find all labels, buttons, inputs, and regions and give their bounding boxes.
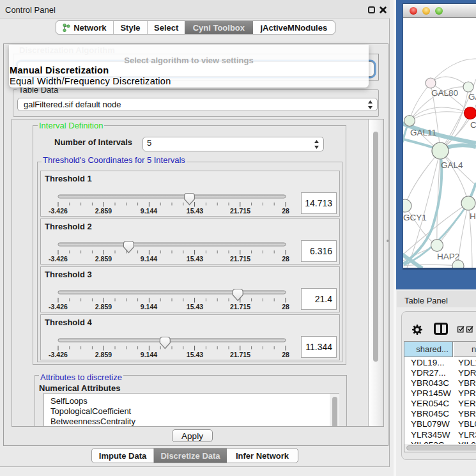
svg-text:28: 28: [282, 207, 289, 215]
svg-text:28: 28: [282, 351, 289, 358]
svg-text:9.144: 9.144: [141, 207, 157, 215]
svg-text:-3.426: -3.426: [49, 255, 68, 263]
svg-text:9.144: 9.144: [141, 303, 157, 311]
svg-text:15.43: 15.43: [187, 303, 203, 311]
svg-text:H: H: [470, 211, 476, 221]
svg-text:9.144: 9.144: [141, 351, 157, 358]
svg-text:2.859: 2.859: [95, 207, 112, 215]
svg-text:-3.426: -3.426: [49, 303, 68, 311]
svg-text:2.859: 2.859: [95, 303, 112, 311]
svg-text:15.43: 15.43: [187, 351, 203, 358]
svg-text:15.43: 15.43: [187, 255, 203, 263]
svg-text:9.144: 9.144: [141, 255, 157, 263]
svg-text:GAL4: GAL4: [441, 160, 463, 170]
svg-text:28: 28: [282, 255, 289, 263]
svg-text:21.715: 21.715: [230, 351, 250, 358]
svg-text:GAL11: GAL11: [410, 128, 436, 137]
svg-text:15.43: 15.43: [187, 207, 203, 215]
svg-text:-3.426: -3.426: [49, 351, 68, 358]
svg-text:C: C: [470, 120, 476, 130]
svg-text:2.859: 2.859: [95, 255, 112, 263]
svg-text:GAL80: GAL80: [431, 88, 458, 98]
svg-text:-3.426: -3.426: [49, 207, 68, 215]
svg-text:28: 28: [282, 303, 289, 311]
svg-text:21.715: 21.715: [230, 207, 250, 215]
svg-text:GCY1: GCY1: [403, 213, 427, 222]
svg-text:GA: GA: [468, 92, 476, 102]
svg-text:21.715: 21.715: [230, 255, 250, 263]
svg-text:21.715: 21.715: [230, 303, 250, 311]
svg-text:2.859: 2.859: [95, 351, 112, 358]
svg-text:HAP2: HAP2: [437, 252, 459, 261]
